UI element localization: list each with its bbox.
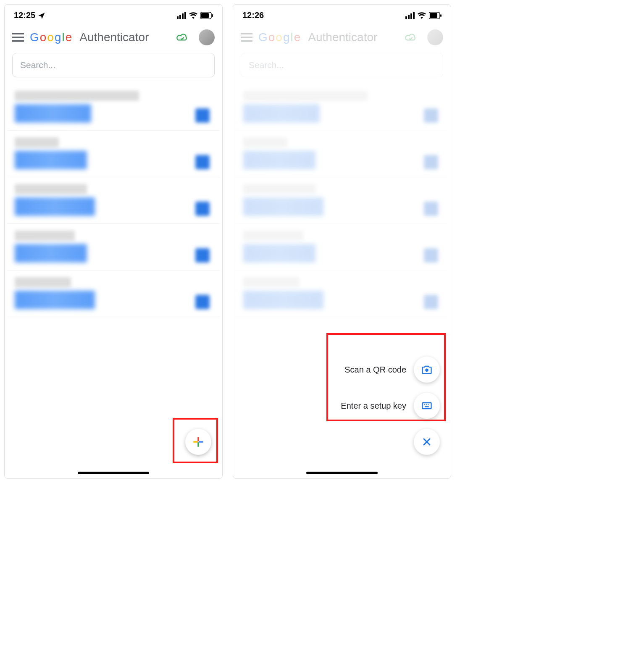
account-item[interactable] [7, 84, 220, 131]
screenshot-left: 12:25 Google Authenticator Search... [4, 4, 223, 479]
svg-rect-20 [440, 14, 442, 17]
search-input[interactable]: Search... [12, 53, 215, 77]
svg-rect-0 [177, 16, 179, 19]
cloud-sync-icon[interactable] [176, 32, 189, 42]
clock: 12:26 [242, 10, 264, 20]
avatar [427, 29, 443, 45]
app-title: Authenticator [79, 31, 149, 44]
close-icon [421, 436, 433, 448]
home-indicator [306, 472, 378, 474]
home-indicator [78, 472, 149, 474]
account-item[interactable] [7, 131, 220, 177]
app-header: Google Authenticator [233, 24, 451, 51]
battery-icon [429, 12, 442, 19]
screenshot-right: 12:26 Google Authenticator Search... Sca… [233, 4, 451, 479]
battery-icon [200, 12, 213, 19]
avatar[interactable] [199, 29, 215, 45]
cloud-sync-icon [405, 32, 417, 42]
account-item[interactable] [7, 270, 220, 317]
svg-rect-15 [408, 15, 410, 19]
svg-rect-23 [241, 40, 252, 42]
google-logo: Google [258, 31, 300, 44]
svg-rect-8 [12, 37, 24, 38]
svg-rect-1 [179, 15, 181, 19]
annotation-highlight-actions [326, 333, 446, 421]
app-header: Google Authenticator [5, 24, 222, 51]
svg-rect-9 [12, 40, 24, 42]
svg-rect-14 [405, 16, 407, 19]
svg-rect-6 [212, 14, 213, 17]
svg-rect-16 [410, 13, 412, 19]
wifi-icon [417, 12, 426, 19]
svg-rect-22 [241, 37, 252, 38]
clock: 12:25 [14, 10, 35, 20]
svg-rect-2 [182, 13, 184, 19]
hamburger-icon [241, 33, 252, 42]
close-fab-action[interactable] [414, 429, 440, 455]
search-input: Search... [241, 53, 443, 77]
cellular-icon [405, 12, 415, 19]
google-logo: Google [30, 31, 72, 44]
svg-rect-5 [201, 13, 209, 18]
svg-rect-7 [12, 33, 24, 35]
accounts-list [5, 84, 222, 317]
cellular-icon [177, 12, 186, 19]
account-item[interactable] [7, 177, 220, 224]
annotation-highlight-fab [173, 418, 218, 463]
wifi-icon [189, 12, 198, 19]
location-icon [38, 12, 45, 19]
svg-rect-3 [184, 12, 186, 19]
account-item[interactable] [7, 224, 220, 270]
status-bar: 12:25 [5, 5, 222, 24]
status-bar: 12:26 [233, 5, 451, 24]
hamburger-icon[interactable] [12, 33, 24, 42]
svg-rect-21 [241, 33, 252, 35]
svg-rect-17 [413, 12, 415, 19]
app-title: Authenticator [308, 31, 377, 44]
accounts-list [233, 84, 451, 317]
svg-rect-19 [430, 13, 437, 18]
